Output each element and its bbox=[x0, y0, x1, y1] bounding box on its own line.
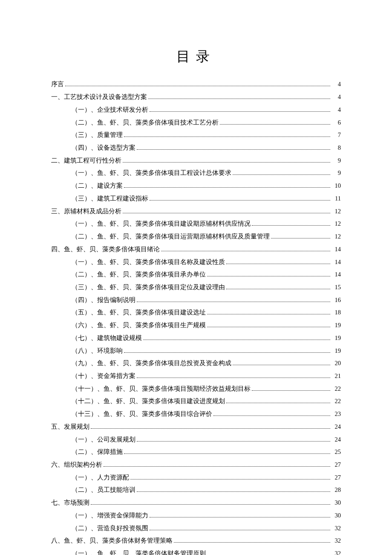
toc-entry[interactable]: 三、原辅材料及成品分析12 bbox=[51, 205, 341, 218]
toc-leader-dots bbox=[207, 276, 330, 276]
toc-entry[interactable]: （十一）、鱼、虾、贝、藻类多倍体项目预期经济效益规划目标22 bbox=[51, 383, 341, 395]
toc-entry[interactable]: 五、发展规划24 bbox=[51, 421, 341, 433]
toc-entry-label: （十三）、鱼、虾、贝、藻类多倍体项目综合评价 bbox=[72, 408, 212, 421]
toc-entry-label: （二）、员工技能培训 bbox=[72, 484, 135, 497]
toc-entry[interactable]: （三）、质量管理7 bbox=[51, 129, 341, 142]
toc-entry[interactable]: （八）、环境影响19 bbox=[51, 345, 341, 357]
toc-entry-label: （九）、鱼、虾、贝、藻类多倍体项目总投资及资金构成 bbox=[72, 357, 231, 370]
toc-entry-page: 19 bbox=[331, 332, 341, 345]
toc-leader-dots bbox=[226, 264, 330, 264]
toc-entry[interactable]: 六、组织架构分析27 bbox=[51, 459, 341, 471]
toc-entry-label: （四）、设备选型方案 bbox=[72, 142, 135, 154]
toc-entry[interactable]: （一）、人力资源配27 bbox=[51, 471, 341, 484]
toc-leader-dots bbox=[137, 149, 330, 150]
toc-leader-dots bbox=[150, 530, 330, 530]
toc-entry[interactable]: （十二）、鱼、虾、贝、藻类多倍体项目建设进度规划22 bbox=[51, 395, 341, 408]
toc-title: 目录 bbox=[51, 47, 341, 66]
toc-entry[interactable]: 二、建筑工程可行性分析9 bbox=[51, 154, 341, 167]
toc-entry-page: 11 bbox=[331, 192, 341, 205]
toc-entry-label: （一）、人力资源配 bbox=[72, 471, 129, 484]
toc-leader-dots bbox=[124, 187, 330, 188]
toc-entry-page: 32 bbox=[331, 547, 341, 555]
toc-entry-label: （一）、鱼、虾、贝、藻类多倍体项目名称及建设性质 bbox=[72, 256, 225, 269]
toc-entry[interactable]: （一）、鱼、虾、贝、藻类多倍体项目工程设计总体要求9 bbox=[51, 167, 341, 180]
toc-entry-page: 23 bbox=[331, 408, 341, 421]
toc-entry-page: 27 bbox=[331, 471, 341, 484]
toc-entry[interactable]: （十）、资金筹措方案21 bbox=[51, 370, 341, 383]
toc-entry-page: 14 bbox=[331, 243, 341, 256]
toc-entry[interactable]: （一）、公司发展规划24 bbox=[51, 433, 341, 446]
toc-leader-dots bbox=[150, 111, 330, 112]
toc-entry-page: 6 bbox=[331, 116, 341, 129]
toc-leader-dots bbox=[123, 213, 330, 213]
toc-entry-page: 4 bbox=[331, 91, 341, 104]
toc-entry[interactable]: （一）、鱼、虾、贝、藻类多倍体项目建设期原辅材料供应情况12 bbox=[51, 218, 341, 230]
toc-entry-page: 4 bbox=[331, 104, 341, 116]
toc-entry[interactable]: （二）、鱼、虾、贝、藻类多倍体项目承办单位14 bbox=[51, 268, 341, 281]
toc-entry-label: （七）、建筑物建设规模 bbox=[72, 332, 142, 345]
toc-entry[interactable]: 七、市场预测30 bbox=[51, 497, 341, 509]
toc-entry-page: 15 bbox=[331, 281, 341, 294]
table-of-contents: 序言4一、工艺技术设计及设备选型方案4（一）、企业技术研发分析4（二）、鱼、虾、… bbox=[51, 78, 341, 555]
toc-leader-dots bbox=[233, 365, 330, 365]
toc-entry[interactable]: （七）、建筑物建设规模19 bbox=[51, 332, 341, 345]
toc-entry-label: 七、市场预测 bbox=[51, 497, 89, 509]
toc-entry[interactable]: （二）、员工技能培训28 bbox=[51, 484, 341, 497]
toc-entry-label: 二、建筑工程可行性分析 bbox=[51, 154, 121, 167]
toc-entry-page: 4 bbox=[331, 78, 341, 91]
toc-entry[interactable]: 八、鱼、虾、贝、藻类多倍体财务管理策略32 bbox=[51, 535, 341, 547]
toc-entry-page: 24 bbox=[331, 433, 341, 446]
toc-leader-dots bbox=[65, 86, 330, 86]
toc-leader-dots bbox=[137, 378, 330, 378]
toc-entry[interactable]: 序言4 bbox=[51, 78, 341, 91]
toc-entry-page: 14 bbox=[331, 256, 341, 269]
toc-entry[interactable]: （一）、鱼、虾、贝、藻类多倍体项目名称及建设性质14 bbox=[51, 256, 341, 269]
toc-leader-dots bbox=[143, 340, 330, 340]
toc-leader-dots bbox=[123, 162, 330, 163]
toc-leader-dots bbox=[124, 453, 330, 454]
toc-entry-page: 9 bbox=[331, 154, 341, 167]
toc-entry[interactable]: （一）、鱼、虾、贝、藻类多倍体财务管理原则32 bbox=[51, 547, 341, 555]
toc-entry-page: 8 bbox=[331, 142, 341, 154]
toc-entry-page: 10 bbox=[331, 180, 341, 192]
toc-entry-label: （六）、鱼、虾、贝、藻类多倍体项目生产规模 bbox=[72, 319, 206, 332]
toc-entry-page: 32 bbox=[331, 535, 341, 547]
toc-entry[interactable]: （二）、营造良好投资氛围32 bbox=[51, 522, 341, 535]
toc-entry[interactable]: 一、工艺技术设计及设备选型方案4 bbox=[51, 91, 341, 104]
toc-entry[interactable]: （十三）、鱼、虾、贝、藻类多倍体项目综合评价23 bbox=[51, 408, 341, 421]
toc-entry[interactable]: （五）、鱼、虾、贝、藻类多倍体项目建设选址18 bbox=[51, 306, 341, 319]
toc-entry-label: （一）、鱼、虾、贝、藻类多倍体财务管理原则 bbox=[72, 547, 206, 555]
toc-entry[interactable]: （六）、鱼、虾、贝、藻类多倍体项目生产规模19 bbox=[51, 319, 341, 332]
toc-leader-dots bbox=[226, 289, 330, 289]
toc-entry-label: （二）、建设方案 bbox=[72, 180, 123, 192]
toc-entry-label: （八）、环境影响 bbox=[72, 345, 123, 357]
toc-entry-page: 16 bbox=[331, 294, 341, 307]
toc-entry[interactable]: （一）、增强资金保障能力30 bbox=[51, 509, 341, 522]
toc-entry-label: 一、工艺技术设计及设备选型方案 bbox=[51, 91, 147, 104]
toc-entry-label: （五）、鱼、虾、贝、藻类多倍体项目建设选址 bbox=[72, 306, 206, 319]
toc-entry[interactable]: （三）、鱼、虾、贝、藻类多倍体项目定位及建设理由15 bbox=[51, 281, 341, 294]
toc-entry[interactable]: （四）、报告编制说明16 bbox=[51, 294, 341, 307]
toc-entry[interactable]: （二）、鱼、虾、贝、藻类多倍体项目技术工艺分析6 bbox=[51, 116, 341, 129]
toc-entry-label: （一）、增强资金保障能力 bbox=[72, 509, 148, 522]
toc-leader-dots bbox=[91, 428, 330, 429]
toc-entry-page: 30 bbox=[331, 509, 341, 522]
toc-leader-dots bbox=[137, 491, 330, 492]
toc-entry-label: 三、原辅材料及成品分析 bbox=[51, 205, 121, 218]
toc-leader-dots bbox=[137, 302, 330, 302]
toc-entry-page: 19 bbox=[331, 319, 341, 332]
toc-entry[interactable]: （二）、鱼、虾、贝、藻类多倍体项目运营期原辅材料供应及质量管理12 bbox=[51, 230, 341, 243]
toc-entry[interactable]: （一）、企业技术研发分析4 bbox=[51, 104, 341, 116]
toc-entry-page: 7 bbox=[331, 129, 341, 142]
toc-entry-page: 12 bbox=[331, 230, 341, 243]
toc-leader-dots bbox=[174, 542, 330, 543]
toc-entry[interactable]: （三）、建筑工程建设指标11 bbox=[51, 192, 341, 205]
toc-entry[interactable]: （九）、鱼、虾、贝、藻类多倍体项目总投资及资金构成20 bbox=[51, 357, 341, 370]
toc-entry[interactable]: （二）、建设方案10 bbox=[51, 180, 341, 192]
toc-entry[interactable]: 四、鱼、虾、贝、藻类多倍体项目绪论14 bbox=[51, 243, 341, 256]
toc-entry-page: 32 bbox=[331, 522, 341, 535]
toc-entry-label: （三）、建筑工程建设指标 bbox=[72, 192, 148, 205]
toc-entry-page: 20 bbox=[331, 357, 341, 370]
toc-entry[interactable]: （四）、设备选型方案8 bbox=[51, 142, 341, 154]
toc-entry[interactable]: （二）、保障措施25 bbox=[51, 446, 341, 459]
